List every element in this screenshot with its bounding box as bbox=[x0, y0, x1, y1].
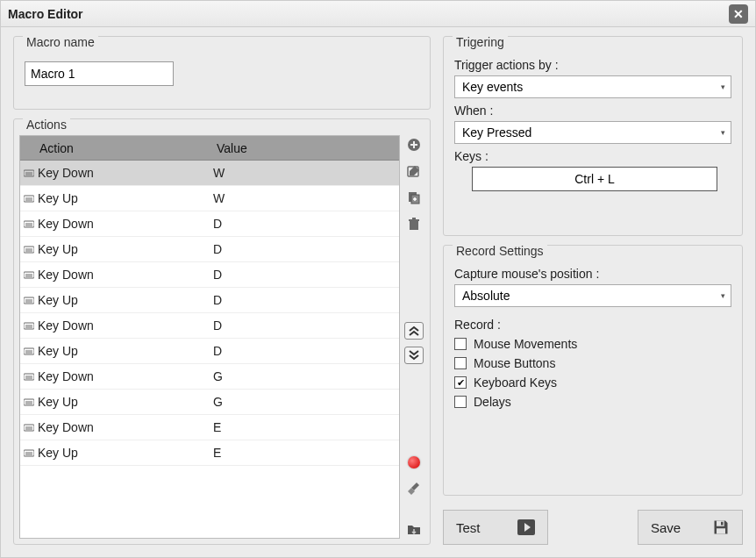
clean-button[interactable] bbox=[404, 479, 424, 498]
add-action-button[interactable] bbox=[404, 135, 424, 154]
when-select[interactable]: Key Pressed ▾ bbox=[454, 121, 731, 144]
table-row[interactable]: Key DownD bbox=[20, 313, 399, 339]
keys-label: Keys : bbox=[454, 149, 731, 163]
plus-circle-icon bbox=[407, 138, 421, 152]
table-header: Action Value bbox=[20, 136, 399, 161]
triggering-label: Trigering bbox=[453, 35, 508, 49]
cell-action: Key Down bbox=[38, 318, 213, 333]
body: Macro name Actions Action Value Key Down… bbox=[1, 27, 755, 557]
cell-value: D bbox=[213, 242, 399, 256]
titlebar: Macro Editor ✕ bbox=[1, 1, 755, 27]
keys-value: Ctrl + L bbox=[574, 172, 615, 186]
table-row[interactable]: Key UpW bbox=[20, 186, 399, 211]
table-row[interactable]: Key DownD bbox=[20, 262, 399, 288]
trigger-by-select[interactable]: Key events ▾ bbox=[454, 75, 731, 98]
import-button[interactable] bbox=[404, 519, 424, 539]
copy-icon bbox=[407, 190, 421, 204]
window-title: Macro Editor bbox=[8, 7, 729, 21]
right-column: Trigering Trigger actions by : Key event… bbox=[443, 36, 743, 545]
keyboard-icon bbox=[20, 219, 38, 228]
actions-group: Actions Action Value Key DownWKey UpWKey… bbox=[13, 118, 431, 545]
svg-rect-40 bbox=[410, 221, 418, 230]
cell-value: D bbox=[213, 217, 399, 231]
svg-rect-44 bbox=[721, 522, 724, 526]
close-icon: ✕ bbox=[733, 7, 744, 21]
chevron-double-down-icon bbox=[407, 348, 421, 362]
action-side-buttons bbox=[403, 135, 424, 539]
header-action: Action bbox=[20, 141, 213, 155]
cell-value: D bbox=[213, 344, 399, 358]
table-row[interactable]: Key UpD bbox=[20, 288, 399, 313]
table-row[interactable]: Key DownG bbox=[20, 364, 399, 390]
actions-content: Action Value Key DownWKey UpWKey DownDKe… bbox=[19, 135, 424, 539]
cell-value: G bbox=[213, 395, 399, 409]
keyboard-icon bbox=[20, 168, 38, 177]
macro-editor-window: Macro Editor ✕ Macro name Actions Action… bbox=[0, 0, 756, 558]
table-row[interactable]: Key UpG bbox=[20, 390, 399, 415]
broom-icon bbox=[407, 482, 421, 496]
record-option-3[interactable]: Delays bbox=[454, 395, 731, 409]
svg-rect-41 bbox=[409, 219, 419, 221]
checkbox-label: Keyboard Keys bbox=[474, 376, 557, 390]
close-button[interactable]: ✕ bbox=[729, 4, 748, 24]
record-settings-group: Record Settings Capture mouse's position… bbox=[443, 245, 743, 496]
folder-import-icon bbox=[407, 522, 421, 536]
checkbox-label: Mouse Movements bbox=[474, 337, 577, 351]
record-settings-label: Record Settings bbox=[453, 244, 547, 258]
cell-value: E bbox=[213, 446, 399, 460]
keyboard-icon bbox=[20, 321, 38, 330]
test-button[interactable]: Test bbox=[443, 510, 548, 545]
delete-action-button[interactable] bbox=[404, 214, 424, 233]
record-option-0[interactable]: Mouse Movements bbox=[454, 337, 731, 351]
checkbox-icon bbox=[454, 357, 467, 369]
keyboard-icon bbox=[20, 245, 38, 254]
capture-label: Capture mouse's position : bbox=[454, 267, 731, 281]
record-option-2[interactable]: ✔Keyboard Keys bbox=[454, 376, 731, 390]
table-row[interactable]: Key DownD bbox=[20, 211, 399, 237]
table-row[interactable]: Key UpD bbox=[20, 237, 399, 262]
cell-value: E bbox=[213, 420, 399, 434]
table-row[interactable]: Key UpD bbox=[20, 339, 399, 364]
cell-action: Key Up bbox=[38, 446, 213, 460]
capture-select[interactable]: Absolute ▾ bbox=[454, 284, 731, 307]
save-icon bbox=[712, 519, 730, 536]
keys-input[interactable]: Ctrl + L bbox=[472, 167, 717, 191]
macro-name-label: Macro name bbox=[23, 35, 98, 49]
edit-action-button[interactable] bbox=[404, 161, 424, 181]
table-body[interactable]: Key DownWKey UpWKey DownDKey UpDKey Down… bbox=[20, 161, 399, 538]
cell-action: Key Down bbox=[38, 369, 213, 383]
keyboard-icon bbox=[20, 296, 38, 304]
cell-value: W bbox=[213, 166, 399, 180]
cell-action: Key Up bbox=[38, 395, 213, 409]
move-down-button[interactable] bbox=[404, 347, 424, 364]
cell-value: D bbox=[213, 293, 399, 307]
move-up-button[interactable] bbox=[404, 322, 424, 340]
actions-table: Action Value Key DownWKey UpWKey DownDKe… bbox=[19, 135, 400, 539]
macro-name-input[interactable] bbox=[25, 61, 174, 86]
cell-value: D bbox=[213, 318, 399, 333]
edit-icon bbox=[407, 164, 421, 178]
cell-action: Key Down bbox=[38, 420, 213, 434]
save-button[interactable]: Save bbox=[638, 510, 743, 545]
when-value: Key Pressed bbox=[462, 125, 531, 140]
checkbox-icon: ✔ bbox=[454, 376, 467, 389]
table-row[interactable]: Key UpE bbox=[20, 440, 399, 466]
macro-name-group: Macro name bbox=[13, 36, 431, 110]
button-row: Test Save bbox=[443, 510, 743, 545]
trash-icon bbox=[407, 217, 421, 231]
cell-action: Key Down bbox=[38, 166, 213, 180]
table-row[interactable]: Key DownE bbox=[20, 415, 399, 440]
play-icon bbox=[517, 519, 535, 535]
record-option-1[interactable]: Mouse Buttons bbox=[454, 356, 731, 370]
test-button-label: Test bbox=[456, 520, 481, 535]
record-button[interactable] bbox=[404, 453, 424, 472]
checkbox-icon bbox=[454, 338, 467, 350]
table-row[interactable]: Key DownW bbox=[20, 161, 399, 186]
cell-action: Key Up bbox=[38, 191, 213, 205]
keyboard-icon bbox=[20, 397, 38, 406]
cell-value: G bbox=[213, 369, 399, 383]
record-label: Record : bbox=[454, 318, 731, 332]
chevron-down-icon: ▾ bbox=[721, 291, 725, 300]
svg-rect-45 bbox=[717, 528, 725, 533]
duplicate-action-button[interactable] bbox=[404, 188, 424, 207]
